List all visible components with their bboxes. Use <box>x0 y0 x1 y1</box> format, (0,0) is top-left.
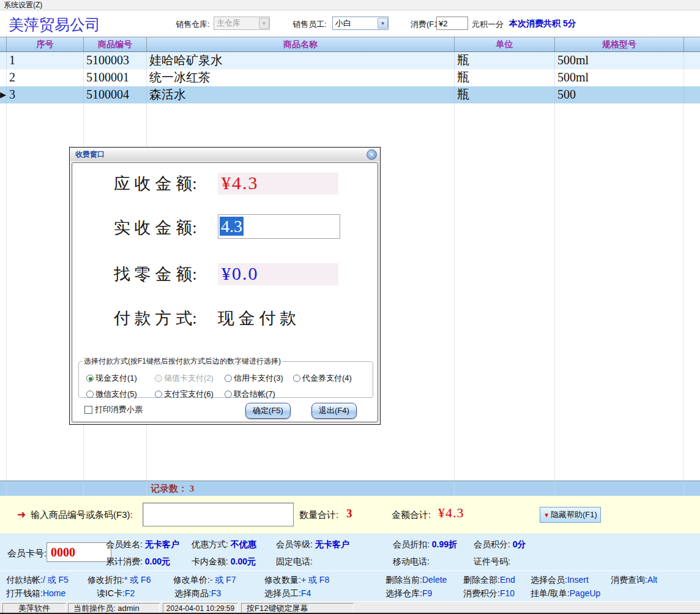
table-footer-row: 记录数： 3 <box>0 481 700 496</box>
record-count: 记录数： 3 <box>147 481 455 496</box>
chevron-down-icon: ▼ <box>378 18 388 29</box>
radio-icon <box>155 391 162 398</box>
member-field: 会员等级: 无卡客户 <box>276 539 349 550</box>
status-app-name: 美萍软件 <box>2 603 66 613</box>
member-card-input[interactable] <box>47 542 111 562</box>
method-value: 现 金 付 款 <box>218 307 296 329</box>
member-field: 会员姓名: 无卡客户 <box>106 539 179 550</box>
cell-unit: 瓶 <box>455 69 555 86</box>
member-field: 固定电话: <box>276 556 313 567</box>
radio-icon <box>86 375 94 382</box>
member-field: 移动电话: <box>393 556 430 567</box>
table-row[interactable]: ▶ 3 5100004 森活水 瓶 500 <box>0 86 700 103</box>
header-filler <box>684 37 700 51</box>
payment-option-6[interactable]: 联合结帐(7) <box>225 389 275 400</box>
help-item: 修改单价:- 或 F7 <box>173 575 236 586</box>
cell-seq: 1 <box>7 52 84 69</box>
employee-select[interactable]: 小白 ▼ <box>332 17 389 30</box>
payment-method-group: 选择付款方式(按F1键然后按付款方式后边的数字键进行选择) 现金支付(1) 储值… <box>78 356 373 398</box>
header-spec: 规格型号 <box>555 37 684 51</box>
payment-option-2[interactable]: 信用卡支付(3) <box>225 373 283 384</box>
cell-spec: 500ml <box>555 69 684 86</box>
dialog-titlebar[interactable]: 收费窗口 ✕ <box>70 148 379 161</box>
confirm-button[interactable]: 确定(F5) <box>245 403 291 419</box>
header-seq: 序号 <box>7 37 84 51</box>
amount-total-label: 金额合计: <box>392 509 431 521</box>
shortcut-help-panel: 付款结帐:/ 或 F5 修改折扣:* 或 F6 修改单价:- 或 F7 修改数量… <box>0 571 700 601</box>
member-panel: 会员卡号: 会员姓名: 无卡客户 优惠方式: 不优惠 会员等级: 无卡客户 会员… <box>0 534 700 571</box>
triangle-down-icon: ▼ <box>543 512 549 519</box>
payment-option-0[interactable]: 现金支付(1) <box>86 373 137 384</box>
help-item: 选择会员:Insert <box>531 575 589 586</box>
warehouse-value: 主仓库 <box>217 18 240 29</box>
table-row[interactable]: 1 5100003 娃哈哈矿泉水 瓶 500ml <box>0 52 700 69</box>
payment-option-1[interactable]: 储值卡支付(2) <box>155 373 214 384</box>
payment-group-title: 选择付款方式(按F1键然后按付款方式后边的数字键进行选择) <box>83 356 282 367</box>
cell-code: 5100001 <box>84 69 147 86</box>
receivable-label: 应 收 金 额: <box>114 173 197 195</box>
help-item: 删除当前:Delete <box>385 575 447 586</box>
cell-name: 统一冰红茶 <box>147 69 455 86</box>
help-item: 消费积分:F10 <box>463 588 515 599</box>
cell-unit: 瓶 <box>455 52 555 69</box>
help-item: 选择商品:F3 <box>174 588 221 599</box>
table-row[interactable]: 2 5100001 统一冰红茶 瓶 500ml <box>0 69 700 86</box>
cell-seq: 3 <box>7 86 84 103</box>
payment-option-4[interactable]: 微信支付(5) <box>86 389 137 400</box>
employee-value: 小白 <box>335 18 351 29</box>
header-band: 美萍贸易公司 销售仓库: 主仓库 ▼ 销售员工: 小白 ▼ 消费(F10) 元积… <box>0 11 700 36</box>
row-gutter <box>0 69 7 86</box>
chevron-down-icon: ▼ <box>259 18 269 29</box>
payment-option-3[interactable]: 代金券支付(4) <box>293 373 352 384</box>
close-icon[interactable]: ✕ <box>367 149 377 160</box>
help-item: 删除全部:End <box>463 575 515 586</box>
help-item: 选择员工:F4 <box>264 588 311 599</box>
cell-spec: 500ml <box>555 52 684 69</box>
help-item: 打开钱箱:Home <box>6 588 65 599</box>
red-arrow-icon: ➜ <box>17 508 26 521</box>
help-item: 消费查询:Alt <box>611 575 657 586</box>
hide-help-label: 隐藏帮助(F1) <box>551 509 597 520</box>
qty-total-value: 3 <box>346 507 352 520</box>
status-operator: 当前操作员: admin <box>68 603 160 613</box>
dialog-body: 应 收 金 额: ¥4.3 实 收 金 额: 4.3 找 零 金 额: ¥0.0… <box>72 162 378 422</box>
warehouse-select[interactable]: 主仓库 ▼ <box>214 17 270 30</box>
hide-help-button[interactable]: ▼ 隐藏帮助(F1) <box>540 507 601 523</box>
company-title: 美萍贸易公司 <box>9 15 100 35</box>
header-code: 商品编号 <box>84 37 147 51</box>
radio-icon <box>86 391 94 398</box>
print-receipt-label: 打印消费小票 <box>95 404 143 415</box>
points-input[interactable] <box>436 17 468 30</box>
payment-option-5[interactable]: 支付宝支付(6) <box>155 389 214 400</box>
member-card-label: 会员卡号: <box>7 548 47 560</box>
cell-code: 5100004 <box>84 86 147 103</box>
exit-button[interactable]: 退出(F4) <box>311 403 357 419</box>
change-value: ¥0.0 <box>218 263 338 285</box>
help-item: 修改数量:+ 或 F8 <box>264 575 329 586</box>
barcode-input[interactable] <box>143 503 294 526</box>
help-item: 付款结帐:/ 或 F5 <box>6 575 69 586</box>
status-bar: 美萍软件 当前操作员: admin 2024-04-01 10:29:59 按F… <box>0 601 700 614</box>
help-item: 挂单/取单:PageUp <box>531 588 600 599</box>
received-input[interactable]: 4.3 <box>218 214 340 239</box>
scan-input-label: 输入商品编号或条码(F3): <box>31 509 133 521</box>
receivable-value: ¥4.3 <box>218 173 338 195</box>
header-gutter <box>0 37 7 51</box>
change-label: 找 零 金 额: <box>114 263 197 285</box>
menu-system-settings[interactable]: 系统设置(Z) <box>0 0 46 10</box>
warehouse-label: 销售仓库: <box>176 19 210 30</box>
points-unit-label: 元积一分 <box>472 19 504 30</box>
cell-spec: 500 <box>555 86 684 103</box>
cell-name: 森活水 <box>147 86 455 103</box>
scan-bar: ➜ 输入商品编号或条码(F3): 数量合计: 3 金额合计: ¥4.3 ▼ 隐藏… <box>0 496 700 534</box>
print-receipt-checkbox[interactable]: 打印消费小票 <box>84 404 143 415</box>
amount-total-value: ¥4.3 <box>438 505 464 521</box>
dialog-title: 收费窗口 <box>75 149 105 160</box>
row-gutter: ▶ <box>0 86 7 103</box>
cell-seq: 2 <box>7 69 84 86</box>
payment-dialog: 收费窗口 ✕ 应 收 金 额: ¥4.3 实 收 金 额: 4.3 找 零 金 … <box>69 147 381 425</box>
received-label: 实 收 金 额: <box>114 217 197 239</box>
radio-icon <box>293 375 300 382</box>
status-lock-hint: 按F12键锁定屏幕 <box>241 603 354 613</box>
cell-code: 5100003 <box>84 52 147 69</box>
